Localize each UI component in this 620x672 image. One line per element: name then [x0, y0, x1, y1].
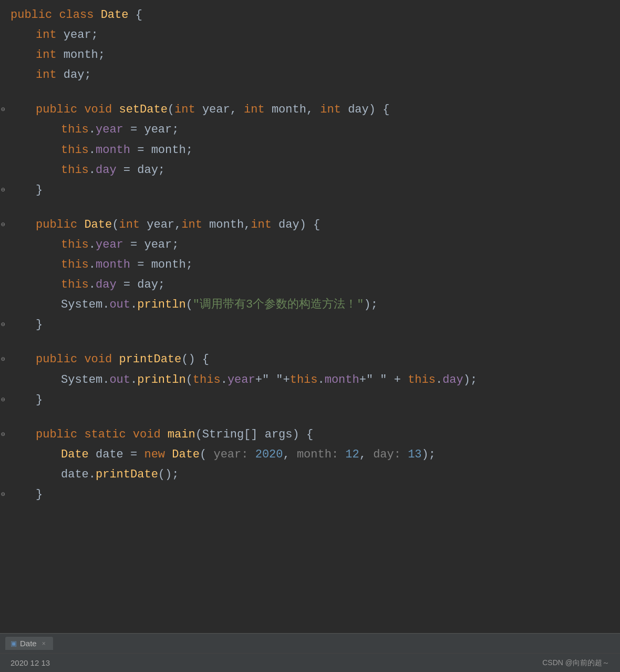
token-kw: new	[144, 448, 172, 461]
token-cls: Date	[172, 448, 200, 461]
code-line-18	[0, 335, 620, 350]
token-num: 12	[345, 448, 359, 461]
code-content-19: public void printDate() {	[36, 351, 209, 369]
token-default: () {	[181, 353, 209, 366]
tab-close-button[interactable]: ×	[42, 640, 46, 647]
code-content-12: public Date(int year,int month,int day) …	[36, 216, 320, 234]
code-line-4: int day;	[0, 65, 620, 85]
token-hint: year:	[213, 448, 248, 461]
token-int-type: int	[119, 218, 147, 231]
token-fn: printDate	[96, 468, 158, 481]
token-default: = month;	[130, 144, 193, 157]
token-kw: this	[61, 164, 89, 177]
token-default: );	[364, 298, 377, 311]
token-kw: this	[290, 373, 318, 386]
code-line-23: ⊖public static void main(String[] args) …	[0, 425, 620, 445]
token-default: );	[463, 373, 477, 386]
token-kw: class	[59, 8, 100, 22]
token-hint: day:	[373, 448, 401, 461]
token-kw: static	[84, 428, 132, 441]
code-content-1: public class Date {	[11, 6, 142, 24]
code-content-17: }	[36, 316, 43, 334]
token-int-type: int	[244, 103, 272, 116]
token-default: = month;	[130, 258, 193, 271]
code-content-20: System.out.println(this.year+" "+this.mo…	[61, 371, 477, 389]
token-kw: void	[133, 428, 168, 441]
token-default: .	[221, 373, 228, 386]
code-content-13: this.year = year;	[61, 236, 179, 254]
token-kw: public	[36, 218, 84, 231]
token-default: .	[89, 144, 96, 157]
code-content-9: this.day = day;	[61, 161, 165, 179]
code-content-26: }	[36, 486, 43, 504]
token-field: day	[96, 278, 117, 291]
token-default: .	[102, 298, 109, 311]
token-default: ,	[283, 448, 297, 461]
token-int-type: int	[36, 68, 64, 82]
token-default: +" "+	[255, 373, 290, 386]
code-line-25: date.printDate();	[0, 465, 620, 485]
token-int-type: int	[36, 48, 64, 62]
token-cls: Date	[84, 218, 112, 231]
token-default: (	[200, 448, 213, 461]
token-kw: this	[61, 123, 89, 136]
code-content-3: int month;	[36, 46, 105, 64]
token-kw: public	[36, 353, 84, 366]
token-cls: Date	[61, 448, 89, 461]
token-default: (String[] args) {	[195, 428, 313, 441]
code-line-13: this.year = year;	[0, 235, 620, 255]
token-default: {	[128, 8, 142, 22]
status-bar: 2020 12 13 CSDN @向前的超～	[0, 653, 620, 672]
code-line-16: System.out.println("调用带有3个参数的构造方法！");	[0, 295, 620, 315]
code-content-15: this.day = day;	[61, 276, 165, 294]
token-default: .	[130, 298, 137, 311]
code-line-20: System.out.println(this.year+" "+this.mo…	[0, 370, 620, 390]
code-line-17: ⊖}	[0, 315, 620, 335]
token-string: "调用带有3个参数的构造方法！"	[193, 298, 364, 311]
token-int-type: int	[181, 218, 209, 231]
code-line-12: ⊖public Date(int year,int month,int day)…	[0, 215, 620, 235]
token-field: month	[96, 144, 130, 157]
token-default	[248, 448, 255, 461]
code-line-26: ⊖}	[0, 485, 620, 505]
token-kw: this	[193, 373, 221, 386]
token-field: year	[228, 373, 255, 386]
token-fn: println	[137, 298, 185, 311]
gutter-icon-12: ⊖	[1, 220, 5, 230]
code-line-11	[0, 200, 620, 215]
token-num: 2020	[255, 448, 283, 461]
code-line-19: ⊖public void printDate() {	[0, 350, 620, 370]
token-default: (	[186, 373, 193, 386]
token-default: month,	[272, 103, 320, 116]
token-field: day	[442, 373, 463, 386]
bottom-tab-bar: ▣ Date ×	[0, 633, 620, 653]
code-line-2: int year;	[0, 25, 620, 45]
gutter-icon-17: ⊖	[1, 320, 5, 330]
token-default: .	[89, 238, 96, 251]
token-default: ,	[359, 448, 373, 461]
token-kw: this	[408, 373, 436, 386]
attribution: CSDN @向前的超～	[542, 658, 609, 668]
code-content-23: public static void main(String[] args) {	[36, 426, 313, 444]
token-default: day) {	[348, 103, 389, 116]
token-default: +" " +	[359, 373, 408, 386]
code-content-2: int year;	[36, 26, 98, 44]
token-int-type: int	[251, 218, 278, 231]
code-line-24: Date date = new Date( year: 2020, month:…	[0, 445, 620, 465]
gutter-icon-19: ⊖	[1, 354, 5, 365]
token-field: year	[96, 238, 123, 251]
token-default: .	[318, 373, 325, 386]
tab-date[interactable]: ▣ Date ×	[5, 637, 53, 650]
token-default: ();	[158, 468, 179, 481]
tab-label: Date	[20, 639, 37, 648]
output-text: 2020 12 13	[11, 658, 50, 667]
token-default: .	[130, 373, 137, 386]
token-kw: public	[11, 8, 59, 22]
code-line-14: this.month = month;	[0, 255, 620, 275]
token-default: date.	[61, 468, 96, 481]
token-default: }	[36, 184, 43, 197]
token-kw: this	[61, 144, 89, 157]
token-default: .	[89, 278, 96, 291]
code-content-25: date.printDate();	[61, 466, 179, 484]
gutter-icon-21: ⊖	[1, 395, 5, 405]
